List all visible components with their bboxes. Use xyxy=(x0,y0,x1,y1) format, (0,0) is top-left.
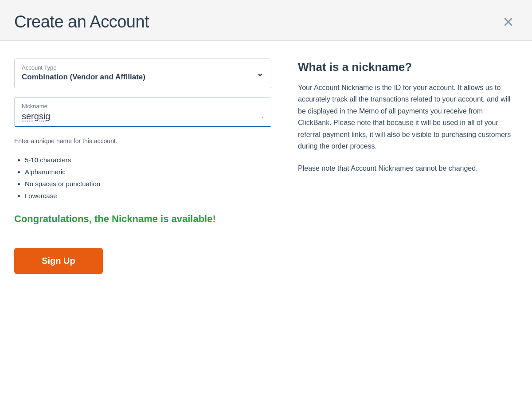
chevron-down-icon: ⌄ xyxy=(256,68,264,78)
nickname-field-container: Nickname ⸱ xyxy=(14,97,271,127)
create-account-modal: Create an Account ✕ Account Type Combina… xyxy=(0,0,532,407)
nickname-label: Nickname xyxy=(22,103,264,110)
modal-body: Account Type Combination (Vendor and Aff… xyxy=(0,41,532,407)
list-item: Lowercase xyxy=(25,192,271,200)
account-type-dropdown[interactable]: Account Type Combination (Vendor and Aff… xyxy=(14,59,271,88)
list-item: 5-10 characters xyxy=(25,156,271,164)
sidebar-paragraph-2: Please note that Account Nicknames canno… xyxy=(298,163,518,174)
nickname-row: ⸱ xyxy=(22,111,264,121)
nickname-input[interactable] xyxy=(22,111,258,121)
right-column: What is a nickname? Your Account Nicknam… xyxy=(298,59,518,389)
left-column: Account Type Combination (Vendor and Aff… xyxy=(14,59,271,389)
signup-button[interactable]: Sign Up xyxy=(14,248,103,274)
sidebar-paragraph-1: Your Account Nickname is the ID for your… xyxy=(298,82,518,152)
modal-header: Create an Account ✕ xyxy=(0,0,532,41)
signup-button-label: Sign Up xyxy=(42,256,75,266)
account-type-value: Combination (Vendor and Affiliate) xyxy=(22,73,145,82)
close-button[interactable]: ✕ xyxy=(499,13,518,31)
requirements-list: 5-10 characters Alphanumeric No spaces o… xyxy=(14,156,271,200)
account-type-label: Account Type xyxy=(22,64,145,71)
sidebar-title: What is a nickname? xyxy=(298,60,518,74)
nickname-hint: Enter a unique name for this account. xyxy=(14,137,271,145)
success-message: Congratulations, the Nickname is availab… xyxy=(14,213,271,226)
list-item: No spaces or punctuation xyxy=(25,180,271,188)
close-icon: ✕ xyxy=(502,15,514,29)
modal-title: Create an Account xyxy=(14,12,149,31)
strength-indicator-icon: ⸱ xyxy=(262,111,264,121)
list-item: Alphanumeric xyxy=(25,168,271,176)
dropdown-content: Account Type Combination (Vendor and Aff… xyxy=(22,64,145,82)
